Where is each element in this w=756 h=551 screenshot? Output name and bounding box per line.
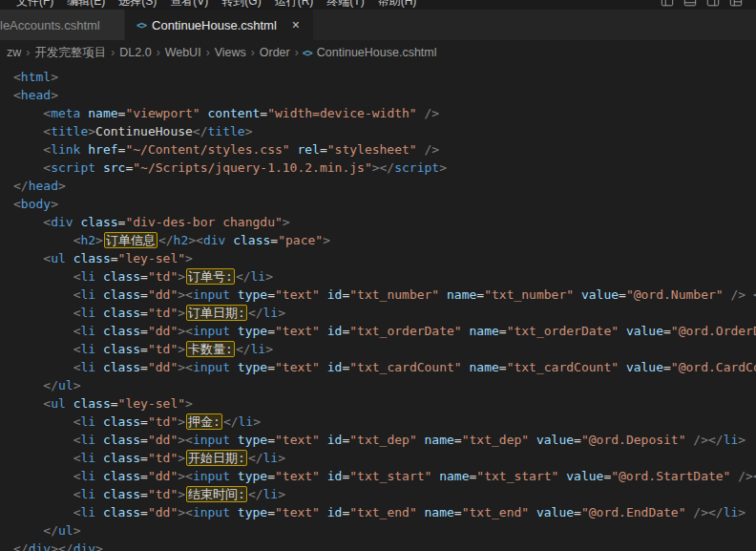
code-token: "width=device-width"	[267, 106, 417, 120]
code-line[interactable]: <li class="td">订单号:</li>	[13, 267, 756, 286]
code-token: input	[193, 433, 230, 447]
menu-item[interactable]: 文件(F)	[10, 0, 60, 10]
code-token	[13, 215, 43, 229]
toggle-sidebar-icon[interactable]	[661, 0, 674, 8]
breadcrumb-item[interactable]: 开发完整项目	[33, 45, 107, 61]
code-line[interactable]: <meta name="viewport" content="width=dev…	[13, 104, 756, 122]
code-token: value	[626, 324, 663, 338]
code-line[interactable]: <li class="dd"><input type="text" id="tx…	[13, 503, 756, 521]
menu-item[interactable]: 查看(V)	[163, 0, 215, 10]
code-line[interactable]: <li class="dd"><input type="text" id="tx…	[13, 286, 756, 304]
code-token: =	[663, 324, 671, 338]
code-token: "td"	[148, 451, 178, 465]
code-token: "div-des-bor changdu"	[125, 215, 282, 229]
menu-item[interactable]: 选择(S)	[112, 0, 163, 10]
code-token: ContinueHouse	[95, 124, 193, 138]
code-token: >	[278, 451, 285, 465]
code-token: ></	[372, 160, 394, 175]
code-token: meta	[51, 106, 80, 120]
menu-item[interactable]: 终端(T)	[320, 0, 370, 10]
code-token: src	[103, 160, 125, 175]
code-line[interactable]: <li class="td">卡数量:</li>	[13, 340, 756, 358]
code-token: =	[574, 505, 581, 519]
code-token: />	[425, 142, 440, 157]
code-token: >	[738, 505, 746, 519]
code-token: </	[13, 541, 29, 551]
code-token: link	[51, 142, 80, 157]
code-token: name	[425, 433, 454, 447]
menu-item[interactable]: 编辑(E)	[60, 0, 112, 10]
code-line[interactable]: <li class="td">押金:</li>	[13, 413, 756, 431]
menu-item[interactable]: 帮助(H)	[371, 0, 424, 10]
breadcrumb-item[interactable]: ContinueHouse.cshtml	[316, 46, 438, 59]
code-editor[interactable]: <html><head> <meta name="viewport" conte…	[0, 65, 756, 551]
code-token	[529, 433, 536, 447]
breadcrumb-item[interactable]: zw	[6, 46, 22, 59]
tab-continuehouse[interactable]: <> ContinueHouse.cshtml ×	[125, 10, 313, 40]
code-token: >	[74, 378, 81, 392]
code-token: <	[13, 197, 21, 211]
code-token	[619, 360, 626, 374]
code-line[interactable]: <script src="~/Scripts/jquery-1.10.2.min…	[13, 159, 756, 177]
breadcrumb-item[interactable]: WebUI	[164, 46, 202, 59]
breadcrumb-item[interactable]: Order	[259, 46, 291, 59]
code-token: </	[248, 306, 263, 320]
breadcrumb-item[interactable]: Views	[214, 46, 247, 59]
menu-item[interactable]: 转到(G)	[215, 0, 267, 10]
code-token: li	[80, 287, 95, 302]
code-token: </	[248, 487, 263, 501]
code-line[interactable]: <ul class="ley-sel">	[13, 394, 756, 413]
code-token	[431, 469, 439, 483]
code-line[interactable]: <li class="td">开始日期:</li>	[13, 449, 756, 467]
code-line[interactable]: <li class="dd"><input type="text" id="tx…	[13, 467, 756, 485]
code-token	[13, 433, 74, 447]
code-line[interactable]: </ul>	[13, 521, 756, 540]
code-line[interactable]: </div></div>	[13, 540, 756, 551]
code-line[interactable]: <li class="td">结束时间:</li>	[13, 485, 756, 503]
code-line[interactable]: <li class="dd"><input type="text" id="tx…	[13, 431, 756, 449]
code-token: "dd"	[148, 505, 178, 519]
code-token: class	[103, 287, 140, 302]
cjk-highlighted-text: 订单信息	[104, 232, 158, 248]
code-line[interactable]: <ul class="ley-sel">	[13, 249, 756, 267]
code-token: class	[103, 451, 140, 465]
code-token: li	[80, 360, 95, 374]
code-token: =	[663, 360, 671, 374]
toggle-panel-icon[interactable]	[683, 0, 697, 8]
code-token: li	[80, 469, 95, 483]
code-token: "txt_orderDate"	[507, 324, 619, 338]
code-line[interactable]: <li class="dd"><input type="text" id="tx…	[13, 358, 756, 376]
code-token: =	[499, 360, 507, 374]
code-token: <	[43, 251, 51, 265]
code-line[interactable]: <link href="~/Content/styles.css" rel="s…	[13, 140, 756, 159]
cjk-highlighted-text: 开始日期:	[186, 450, 247, 466]
toggle-secondary-sidebar-icon[interactable]	[706, 0, 720, 8]
code-token: >	[74, 523, 81, 538]
customize-layout-icon[interactable]	[729, 0, 743, 8]
code-token: <	[185, 469, 193, 483]
close-tab-icon[interactable]: ×	[288, 18, 304, 32]
menu-item[interactable]: 运行(R)	[268, 0, 321, 10]
tab-saleaccounts[interactable]: leAccounts.cshtml	[0, 10, 124, 40]
code-line[interactable]: <li class="td">订单日期:</li>	[13, 304, 756, 322]
code-line[interactable]: <title>ContinueHouse</title>	[13, 122, 756, 140]
code-line[interactable]: <h2>订单信息</h2><div class="pace">	[13, 231, 756, 249]
code-token: li	[239, 414, 254, 429]
code-token: =	[454, 505, 462, 519]
code-line[interactable]: <html>	[13, 68, 756, 86]
code-line[interactable]: <div class="div-des-bor changdu">	[13, 213, 756, 231]
code-token: "txt_dep"	[349, 433, 416, 447]
code-token: li	[80, 324, 95, 338]
code-token: </	[193, 124, 208, 138]
code-token: =	[140, 487, 148, 501]
code-line[interactable]: </head>	[13, 177, 756, 195]
code-token: <	[185, 505, 193, 519]
code-line[interactable]: <li class="dd"><input type="text" id="tx…	[13, 322, 756, 340]
code-token: <	[196, 233, 203, 247]
code-line[interactable]: </ul>	[13, 376, 756, 394]
code-line[interactable]: <head>	[13, 86, 756, 104]
code-token: input	[193, 324, 230, 338]
code-token: >	[178, 342, 185, 356]
code-line[interactable]: <body>	[13, 195, 756, 213]
breadcrumb-item[interactable]: DL2.0	[118, 46, 152, 59]
